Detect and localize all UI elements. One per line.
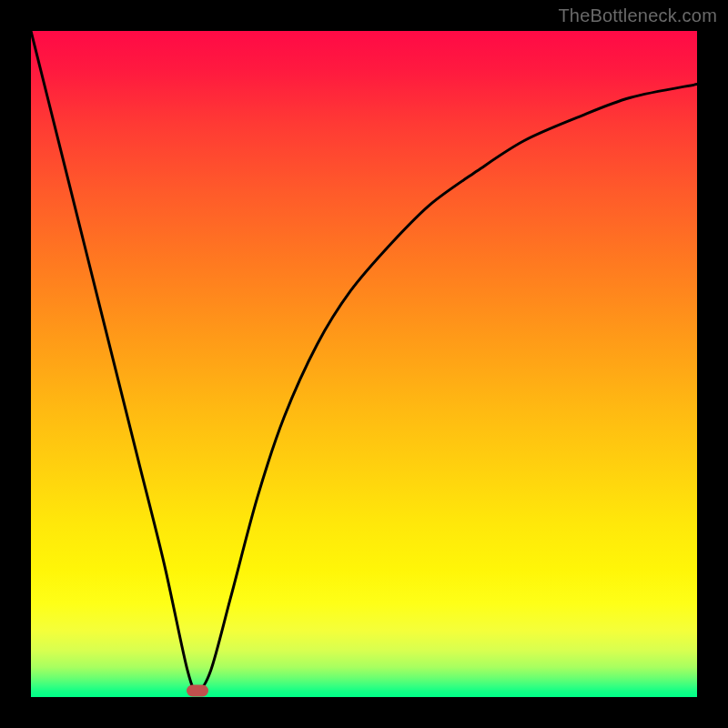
min-point-marker <box>187 684 208 696</box>
watermark-label: TheBottleneck.com <box>558 5 717 26</box>
chart-frame: TheBottleneck.com <box>0 0 728 728</box>
plot-area <box>31 31 697 697</box>
bottleneck-curve <box>31 31 697 697</box>
